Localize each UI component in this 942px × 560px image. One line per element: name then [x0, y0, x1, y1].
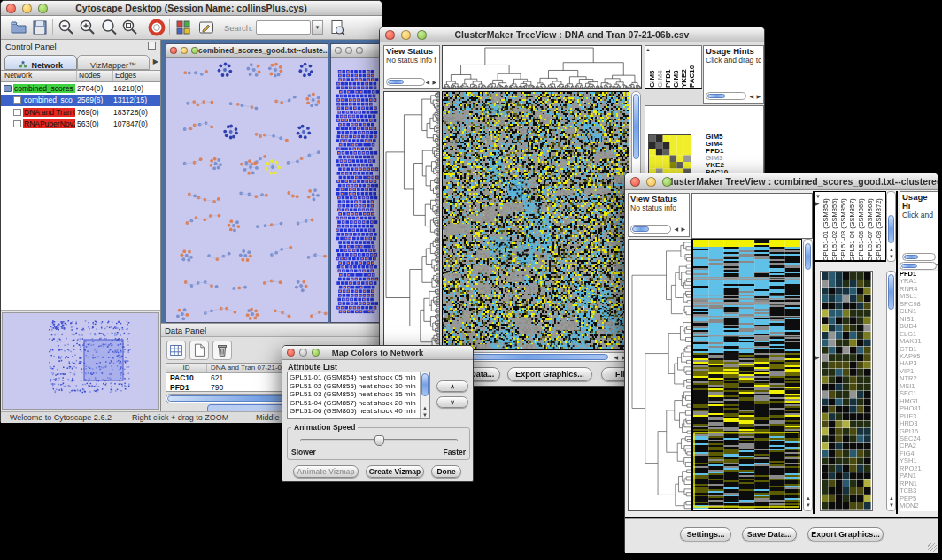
attribute-list-item[interactable]: GPL51-02 (GSM855) heat shock 10 min: [290, 382, 428, 391]
network-name: combined_scores: [13, 84, 75, 93]
scroll-left-icon[interactable]: ◀: [425, 80, 429, 85]
tv1-column-dendrogram[interactable]: [442, 45, 642, 89]
dialog-titlebar[interactable]: Map Colors to Network: [282, 346, 473, 360]
settings-button[interactable]: Settings...: [680, 527, 731, 541]
network-nodes: 769(0): [75, 108, 112, 117]
done-button[interactable]: Done: [431, 465, 461, 478]
dense-network-canvas[interactable]: [331, 58, 381, 322]
slider-thumb[interactable]: [374, 435, 384, 446]
export-graphics-button[interactable]: Export Graphics...: [507, 367, 592, 381]
scroll-right-icon[interactable]: ▶: [681, 226, 685, 232]
zoom-window-icon[interactable]: [312, 349, 320, 357]
network-tree-row[interactable]: combined_scores2764(0)16218(0): [1, 82, 160, 95]
close-icon[interactable]: [287, 349, 295, 357]
new-attribute-icon[interactable]: [189, 341, 209, 360]
attribute-list-item[interactable]: GPL51-07 (GSM868) heat shock 60 min: [290, 416, 428, 419]
zoom-in-icon[interactable]: [79, 19, 97, 36]
tab-vizmapper[interactable]: VizMapper™: [77, 55, 150, 70]
annotation-icon[interactable]: [197, 19, 215, 36]
splitter-arrow-icon[interactable]: ▶: [815, 355, 820, 360]
frame-close-icon[interactable]: [170, 47, 177, 54]
scroll-left-icon[interactable]: ◀: [674, 226, 678, 232]
zoom-window-icon[interactable]: [662, 177, 672, 187]
zoom-window-icon[interactable]: [417, 30, 427, 40]
close-icon[interactable]: [630, 177, 640, 187]
save-data-button[interactable]: Save Data...: [742, 527, 797, 541]
tv1-status-scrollbar[interactable]: [386, 78, 425, 86]
main-titlebar[interactable]: Cytoscape Desktop (Session Name: collins…: [1, 1, 382, 16]
tv1-titlebar[interactable]: ClusterMaker TreeView : DNA and Tran 07-…: [380, 27, 764, 42]
save-icon[interactable]: [31, 19, 49, 36]
create-vizmap-button[interactable]: Create Vizmap: [366, 465, 424, 478]
attribute-table-icon[interactable]: [166, 341, 186, 360]
tv2-row-dendrogram[interactable]: [628, 239, 691, 511]
tv2-status-scrollbar[interactable]: [630, 225, 671, 234]
attribute-list-item[interactable]: GPL51-01 (GSM854) heat shock 05 min: [290, 373, 428, 382]
tv2-heatmap-vscrollbar[interactable]: ▲ ▼: [803, 239, 813, 511]
tv1-mini-heatmap[interactable]: [648, 134, 691, 176]
tv1-heatmap[interactable]: [442, 91, 629, 350]
attribute-list-item[interactable]: GPL51-04 (GSM857) heat shock 20 min: [290, 399, 428, 408]
scroll-right-icon[interactable]: ▶: [432, 80, 436, 85]
delete-attribute-trash-icon[interactable]: [212, 341, 232, 360]
float-panel-icon[interactable]: [148, 42, 156, 50]
export-graphics-button[interactable]: Export Graphics...: [807, 527, 884, 541]
zoom-selected-icon[interactable]: [100, 19, 118, 36]
attribute-list-item[interactable]: GPL51-03 (GSM856) heat shock 15 min: [290, 390, 428, 399]
minimize-icon[interactable]: [22, 4, 32, 13]
frame-zoom-icon[interactable]: [191, 47, 198, 54]
tab-overflow-button[interactable]: ▶: [153, 58, 158, 65]
tv2-usage-scrollbar[interactable]: [902, 253, 936, 261]
attribute-list-item[interactable]: GPL51-06 (GSM865) heat shock 40 min: [290, 407, 428, 416]
frame2-zoom-icon[interactable]: [356, 47, 363, 54]
minimize-icon[interactable]: [646, 177, 656, 187]
main-toolbar: Search: ▼: [1, 16, 382, 40]
search-dropdown-button[interactable]: ▼: [312, 20, 323, 35]
scroll-right-icon[interactable]: ▶: [756, 94, 761, 99]
tv2-titlebar[interactable]: ClusterMaker TreeView : combined_scores_…: [625, 173, 938, 190]
close-icon[interactable]: [385, 30, 395, 40]
move-up-button[interactable]: ∧: [436, 380, 468, 392]
frame-minimize-icon[interactable]: [181, 47, 188, 54]
zoom-out-icon[interactable]: [58, 19, 75, 36]
tv2-zoom-vscrollbar[interactable]: ▲ ▼: [886, 271, 896, 511]
vizmap-squares-icon[interactable]: [174, 19, 192, 36]
minimize-icon[interactable]: [299, 349, 307, 357]
zoom-fit-icon[interactable]: [121, 19, 139, 36]
tv2-column-dendrogram[interactable]: [691, 193, 813, 239]
tv2-collabel-scrollbar[interactable]: ▲ ▼: [886, 191, 896, 262]
tv2-column-label: GPL51-08 (GSM872): [875, 192, 884, 261]
minimize-icon[interactable]: [401, 30, 411, 40]
attribute-list-scrollbar[interactable]: ▲ ▼: [420, 372, 429, 418]
birdseye-panel[interactable]: [2, 312, 159, 410]
resize-grip[interactable]: [928, 543, 937, 552]
desktop: Cytoscape Desktop (Session Name: collins…: [0, 0, 942, 560]
tv1-usage-title: Usage Hints: [704, 46, 763, 56]
network-search-icon[interactable]: [328, 19, 346, 36]
network-tree-row[interactable]: DNA and Tran 07769(0)183728(0): [1, 106, 160, 119]
zoom-window-icon[interactable]: [38, 4, 48, 13]
search-input[interactable]: [256, 20, 311, 35]
scroll-left-icon[interactable]: ◀: [749, 94, 753, 99]
tv2-zoom-heatmap[interactable]: [820, 271, 873, 511]
frame2-close-icon[interactable]: [335, 47, 342, 54]
close-icon[interactable]: [6, 4, 16, 13]
move-down-button[interactable]: ∨: [436, 396, 468, 408]
frame2-minimize-icon[interactable]: [345, 47, 352, 54]
network-canvas[interactable]: [166, 58, 328, 322]
help-lifering-icon[interactable]: [148, 19, 166, 36]
tv2-column-label: GPL51-07 (GSM868): [866, 192, 875, 261]
animate-vizmap-button[interactable]: Animate Vizmap: [293, 465, 359, 478]
document-icon: [13, 96, 21, 104]
network-tree-row[interactable]: combined_sco2569(6)13112(15): [1, 95, 160, 107]
tv1-usage-scrollbar[interactable]: [706, 92, 746, 100]
attribute-listbox[interactable]: GPL51-01 (GSM854) heat shock 05 minGPL51…: [287, 372, 430, 419]
tv2-gene-label: MON2: [900, 502, 938, 510]
tab-network[interactable]: Network: [4, 55, 77, 70]
speed-slider[interactable]: [300, 439, 458, 441]
tv2-heatmap[interactable]: [691, 239, 802, 511]
tv1-row-dendrogram[interactable]: [383, 91, 440, 350]
open-file-icon[interactable]: [10, 19, 27, 36]
tv2-gene-hscrollbar[interactable]: [900, 262, 937, 270]
network-tree-row[interactable]: RNAPuberNov2+563(0)107847(0): [1, 119, 160, 131]
